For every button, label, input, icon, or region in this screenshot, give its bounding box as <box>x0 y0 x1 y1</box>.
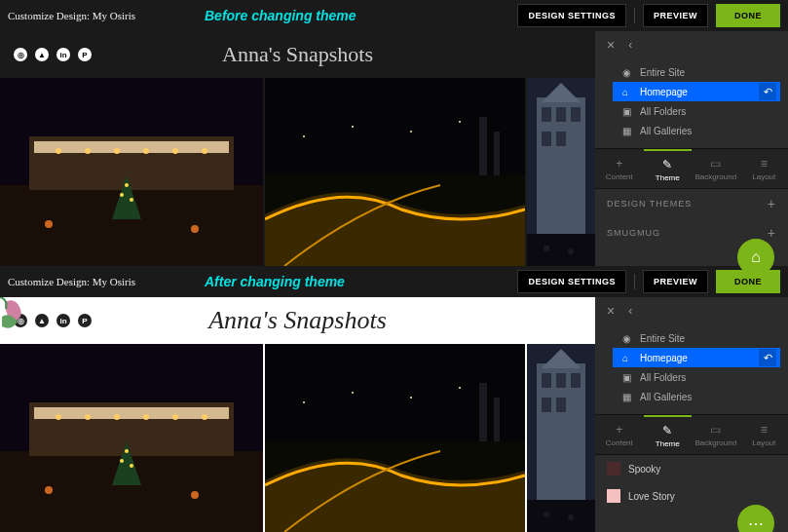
tree-label: All Folders <box>640 372 686 383</box>
tree-all-galleries[interactable]: ▦All Galleries <box>595 121 780 140</box>
tab-background[interactable]: ▭Background <box>692 415 740 454</box>
tree-label: Entire Site <box>640 67 685 78</box>
tab-label: Layout <box>752 172 775 181</box>
svg-rect-61 <box>542 373 551 388</box>
tree-label: All Galleries <box>640 126 692 136</box>
panel-nav: × ‹ <box>595 31 788 58</box>
gallery-image-2[interactable] <box>265 78 525 266</box>
svg-point-20 <box>410 131 412 133</box>
done-button[interactable]: DONE <box>716 4 780 27</box>
close-icon[interactable]: × <box>607 303 615 319</box>
topbar-after: Customize Design: My Osiris After changi… <box>0 266 788 297</box>
linkedin-icon[interactable]: in <box>56 314 70 327</box>
preview-header: ◎ ▲ in P Anna's Snapshots <box>0 297 595 344</box>
svg-rect-62 <box>556 373 566 388</box>
tab-layout[interactable]: ≡Layout <box>740 415 789 454</box>
folder-icon: ▣ <box>622 372 634 383</box>
tree-label: Entire Site <box>640 333 685 344</box>
theme-spooky[interactable]: Spooky <box>595 455 788 482</box>
svg-rect-26 <box>542 107 551 122</box>
preview-button[interactable]: PREVIEW <box>643 270 708 293</box>
svg-point-55 <box>410 397 412 399</box>
instagram-icon[interactable]: ◎ <box>14 48 27 61</box>
site-preview-after: ◎ ▲ in P Anna's Snapshots <box>0 297 595 532</box>
site-title: Anna's Snapshots <box>208 306 387 335</box>
back-icon[interactable]: ‹ <box>628 304 632 318</box>
svg-rect-32 <box>527 234 595 266</box>
tree-all-folders[interactable]: ▣All Folders <box>595 367 780 387</box>
tree-entire-site[interactable]: ◉Entire Site <box>595 62 780 82</box>
svg-rect-65 <box>556 398 566 412</box>
svg-point-7 <box>143 148 149 154</box>
site-preview-before: ◎ ▲ in P Anna's Snapshots <box>0 31 595 266</box>
gallery-thumbs <box>0 78 595 266</box>
section-label: DESIGN THEMES <box>607 199 692 209</box>
tree-homepage[interactable]: ⌂Homepage↶ <box>613 348 780 367</box>
section-label: SMUGMUG <box>607 228 660 238</box>
gallery-image-1[interactable] <box>0 344 263 532</box>
svg-point-15 <box>191 225 199 233</box>
tab-layout[interactable]: ≡Layout <box>740 149 789 188</box>
svg-point-69 <box>568 514 574 520</box>
tree-all-galleries[interactable]: ▦All Galleries <box>595 387 780 406</box>
gallery-image-3[interactable] <box>527 344 595 532</box>
gallery-image-3[interactable] <box>527 78 595 266</box>
back-icon[interactable]: ‹ <box>628 38 632 52</box>
gallery-thumbs <box>0 344 595 532</box>
gallery-image-1[interactable] <box>0 78 263 266</box>
tab-background[interactable]: ▭Background <box>692 149 740 188</box>
revert-icon[interactable]: ↶ <box>759 83 776 100</box>
theme-swatch <box>607 489 620 503</box>
design-title: Customize Design: My Osiris <box>8 276 135 287</box>
main-before: ◎ ▲ in P Anna's Snapshots × ‹ ◉Entire Si… <box>0 31 788 266</box>
expand-icon: + <box>768 225 776 241</box>
tab-content[interactable]: +Content <box>595 415 644 454</box>
tree-all-folders[interactable]: ▣All Folders <box>595 101 780 121</box>
svg-point-5 <box>85 148 91 154</box>
tab-theme[interactable]: ✎Theme <box>644 149 693 188</box>
svg-point-34 <box>568 248 574 254</box>
annotation-before: Before changing theme <box>205 8 356 23</box>
tab-label: Background <box>694 172 736 181</box>
gallery-image-2[interactable] <box>265 344 525 532</box>
svg-rect-23 <box>494 132 500 175</box>
svg-rect-29 <box>542 132 551 146</box>
svg-point-13 <box>130 198 133 202</box>
screen-icon: ▭ <box>710 157 721 171</box>
tab-theme[interactable]: ✎Theme <box>644 415 693 454</box>
svg-point-39 <box>56 414 61 420</box>
tree-entire-site[interactable]: ◉Entire Site <box>595 328 780 348</box>
plus-icon: + <box>616 157 622 171</box>
svg-point-9 <box>202 148 207 154</box>
social-icon-2[interactable]: ▲ <box>35 314 49 327</box>
preview-button[interactable]: PREVIEW <box>643 4 708 27</box>
instagram-icon[interactable]: ◎ <box>14 314 27 327</box>
chat-fab[interactable]: ⌂ <box>737 239 774 276</box>
pinterest-icon[interactable]: P <box>78 314 92 327</box>
design-settings-button[interactable]: DESIGN SETTINGS <box>517 270 626 293</box>
pinterest-icon[interactable]: P <box>78 48 92 61</box>
page-tree: ◉Entire Site ⌂Homepage↶ ▣All Folders ▦Al… <box>595 58 788 144</box>
design-settings-button[interactable]: DESIGN SETTINGS <box>517 4 626 27</box>
tab-label: Theme <box>656 173 680 182</box>
tab-label: Layout <box>752 438 775 447</box>
theme-label: Spooky <box>628 464 660 475</box>
gallery-icon: ▦ <box>622 392 634 402</box>
social-icon-2[interactable]: ▲ <box>35 48 49 61</box>
tree-homepage[interactable]: ⌂Homepage↶ <box>613 82 780 101</box>
section-design-themes[interactable]: DESIGN THEMES+ <box>595 189 788 218</box>
screen-icon: ▭ <box>710 423 721 437</box>
editor-tabs: +Content ✎Theme ▭Background ≡Layout <box>595 414 788 455</box>
tab-content[interactable]: +Content <box>595 149 644 188</box>
svg-point-43 <box>172 414 178 420</box>
expand-icon: + <box>768 196 776 211</box>
revert-icon[interactable]: ↶ <box>759 349 776 366</box>
svg-point-12 <box>120 193 124 197</box>
close-icon[interactable]: × <box>607 37 615 53</box>
tree-label: All Folders <box>640 106 686 117</box>
tree-label: Homepage <box>640 353 688 363</box>
globe-icon: ◉ <box>622 67 634 78</box>
svg-point-19 <box>352 126 354 128</box>
linkedin-icon[interactable]: in <box>56 48 70 61</box>
plus-icon: + <box>616 423 622 437</box>
